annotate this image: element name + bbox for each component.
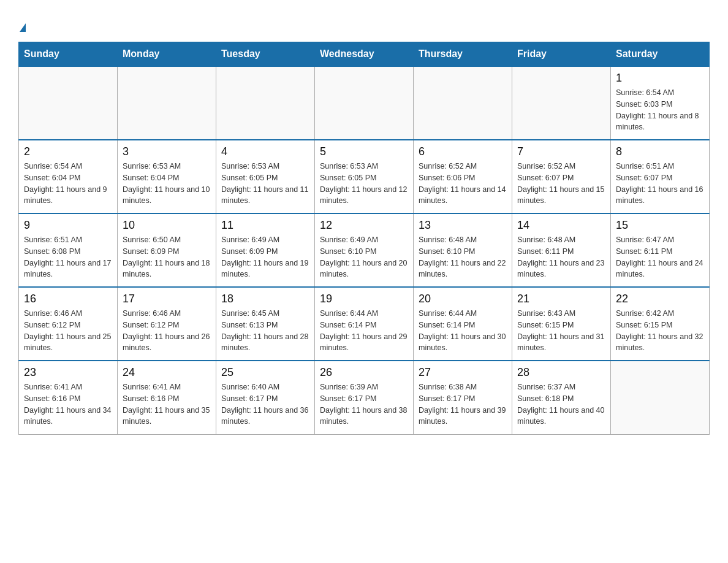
day-info: Sunrise: 6:51 AMSunset: 6:08 PMDaylight:… bbox=[24, 234, 112, 280]
day-number: 14 bbox=[517, 219, 605, 232]
weekday-header-thursday: Thursday bbox=[414, 42, 512, 67]
calendar-cell: 19Sunrise: 6:44 AMSunset: 6:14 PMDayligh… bbox=[315, 287, 414, 361]
day-number: 20 bbox=[419, 293, 507, 305]
calendar-cell bbox=[19, 66, 118, 140]
day-info: Sunrise: 6:46 AMSunset: 6:12 PMDaylight:… bbox=[123, 308, 211, 354]
day-info: Sunrise: 6:45 AMSunset: 6:13 PMDaylight:… bbox=[221, 308, 309, 354]
calendar-cell: 8Sunrise: 6:51 AMSunset: 6:07 PMDaylight… bbox=[611, 140, 710, 213]
day-info: Sunrise: 6:53 AMSunset: 6:05 PMDaylight:… bbox=[221, 161, 309, 207]
page-header bbox=[18, 12, 710, 36]
day-info: Sunrise: 6:52 AMSunset: 6:07 PMDaylight:… bbox=[517, 161, 605, 207]
logo bbox=[18, 12, 26, 36]
calendar-cell: 5Sunrise: 6:53 AMSunset: 6:05 PMDaylight… bbox=[315, 140, 414, 213]
calendar-cell: 6Sunrise: 6:52 AMSunset: 6:06 PMDaylight… bbox=[414, 140, 512, 213]
day-number: 6 bbox=[419, 145, 507, 158]
day-number: 23 bbox=[24, 366, 112, 379]
day-info: Sunrise: 6:50 AMSunset: 6:09 PMDaylight:… bbox=[123, 234, 211, 280]
day-number: 18 bbox=[221, 293, 309, 305]
day-number: 2 bbox=[24, 145, 112, 158]
day-number: 17 bbox=[123, 293, 211, 305]
day-info: Sunrise: 6:47 AMSunset: 6:11 PMDaylight:… bbox=[616, 234, 704, 280]
calendar-cell: 7Sunrise: 6:52 AMSunset: 6:07 PMDaylight… bbox=[512, 140, 611, 213]
day-number: 3 bbox=[123, 145, 211, 158]
weekday-header-monday: Monday bbox=[118, 42, 216, 67]
day-number: 7 bbox=[517, 145, 605, 158]
day-number: 5 bbox=[320, 145, 408, 158]
calendar-cell: 10Sunrise: 6:50 AMSunset: 6:09 PMDayligh… bbox=[118, 213, 216, 287]
day-info: Sunrise: 6:37 AMSunset: 6:18 PMDaylight:… bbox=[517, 381, 605, 427]
day-info: Sunrise: 6:54 AMSunset: 6:03 PMDaylight:… bbox=[616, 87, 704, 133]
day-info: Sunrise: 6:49 AMSunset: 6:09 PMDaylight:… bbox=[221, 234, 309, 280]
weekday-header-saturday: Saturday bbox=[611, 42, 710, 67]
day-info: Sunrise: 6:49 AMSunset: 6:10 PMDaylight:… bbox=[320, 234, 408, 280]
day-number: 24 bbox=[123, 366, 211, 379]
day-number: 19 bbox=[320, 293, 408, 305]
calendar-cell bbox=[512, 66, 611, 140]
calendar-week-5: 23Sunrise: 6:41 AMSunset: 6:16 PMDayligh… bbox=[19, 361, 710, 434]
calendar-week-4: 16Sunrise: 6:46 AMSunset: 6:12 PMDayligh… bbox=[19, 287, 710, 361]
day-info: Sunrise: 6:41 AMSunset: 6:16 PMDaylight:… bbox=[123, 381, 211, 427]
day-number: 26 bbox=[320, 366, 408, 379]
calendar-cell bbox=[118, 66, 216, 140]
calendar-cell: 20Sunrise: 6:44 AMSunset: 6:14 PMDayligh… bbox=[414, 287, 512, 361]
day-info: Sunrise: 6:48 AMSunset: 6:10 PMDaylight:… bbox=[419, 234, 507, 280]
calendar-cell: 24Sunrise: 6:41 AMSunset: 6:16 PMDayligh… bbox=[118, 361, 216, 434]
weekday-header-friday: Friday bbox=[512, 42, 611, 67]
calendar-cell: 16Sunrise: 6:46 AMSunset: 6:12 PMDayligh… bbox=[19, 287, 118, 361]
day-info: Sunrise: 6:52 AMSunset: 6:06 PMDaylight:… bbox=[419, 161, 507, 207]
calendar-cell: 12Sunrise: 6:49 AMSunset: 6:10 PMDayligh… bbox=[315, 213, 414, 287]
logo-triangle-icon bbox=[20, 23, 26, 32]
day-info: Sunrise: 6:48 AMSunset: 6:11 PMDaylight:… bbox=[517, 234, 605, 280]
day-number: 10 bbox=[123, 219, 211, 232]
day-info: Sunrise: 6:54 AMSunset: 6:04 PMDaylight:… bbox=[24, 161, 112, 207]
weekday-header-tuesday: Tuesday bbox=[216, 42, 315, 67]
calendar-week-3: 9Sunrise: 6:51 AMSunset: 6:08 PMDaylight… bbox=[19, 213, 710, 287]
day-info: Sunrise: 6:44 AMSunset: 6:14 PMDaylight:… bbox=[320, 308, 408, 354]
calendar-cell bbox=[216, 66, 315, 140]
logo-text bbox=[18, 18, 26, 36]
calendar-cell: 28Sunrise: 6:37 AMSunset: 6:18 PMDayligh… bbox=[512, 361, 611, 434]
calendar-cell: 21Sunrise: 6:43 AMSunset: 6:15 PMDayligh… bbox=[512, 287, 611, 361]
day-number: 25 bbox=[221, 366, 309, 379]
calendar-cell: 27Sunrise: 6:38 AMSunset: 6:17 PMDayligh… bbox=[414, 361, 512, 434]
day-number: 13 bbox=[419, 219, 507, 232]
calendar-cell: 18Sunrise: 6:45 AMSunset: 6:13 PMDayligh… bbox=[216, 287, 315, 361]
calendar-week-2: 2Sunrise: 6:54 AMSunset: 6:04 PMDaylight… bbox=[19, 140, 710, 213]
calendar-cell: 13Sunrise: 6:48 AMSunset: 6:10 PMDayligh… bbox=[414, 213, 512, 287]
calendar-cell: 26Sunrise: 6:39 AMSunset: 6:17 PMDayligh… bbox=[315, 361, 414, 434]
calendar-cell: 4Sunrise: 6:53 AMSunset: 6:05 PMDaylight… bbox=[216, 140, 315, 213]
calendar-cell: 11Sunrise: 6:49 AMSunset: 6:09 PMDayligh… bbox=[216, 213, 315, 287]
calendar-cell: 9Sunrise: 6:51 AMSunset: 6:08 PMDaylight… bbox=[19, 213, 118, 287]
calendar-cell: 14Sunrise: 6:48 AMSunset: 6:11 PMDayligh… bbox=[512, 213, 611, 287]
day-info: Sunrise: 6:40 AMSunset: 6:17 PMDaylight:… bbox=[221, 381, 309, 427]
day-info: Sunrise: 6:43 AMSunset: 6:15 PMDaylight:… bbox=[517, 308, 605, 354]
calendar-cell: 2Sunrise: 6:54 AMSunset: 6:04 PMDaylight… bbox=[19, 140, 118, 213]
calendar-week-1: 1Sunrise: 6:54 AMSunset: 6:03 PMDaylight… bbox=[19, 66, 710, 140]
calendar-cell: 1Sunrise: 6:54 AMSunset: 6:03 PMDaylight… bbox=[611, 66, 710, 140]
day-number: 16 bbox=[24, 293, 112, 305]
day-number: 15 bbox=[616, 219, 704, 232]
day-number: 11 bbox=[221, 219, 309, 232]
day-number: 22 bbox=[616, 293, 704, 305]
day-number: 12 bbox=[320, 219, 408, 232]
day-number: 28 bbox=[517, 366, 605, 379]
day-number: 1 bbox=[616, 72, 704, 85]
calendar-table: SundayMondayTuesdayWednesdayThursdayFrid… bbox=[18, 42, 710, 435]
day-info: Sunrise: 6:38 AMSunset: 6:17 PMDaylight:… bbox=[419, 381, 507, 427]
day-number: 27 bbox=[419, 366, 507, 379]
day-info: Sunrise: 6:41 AMSunset: 6:16 PMDaylight:… bbox=[24, 381, 112, 427]
day-info: Sunrise: 6:51 AMSunset: 6:07 PMDaylight:… bbox=[616, 161, 704, 207]
calendar-cell: 22Sunrise: 6:42 AMSunset: 6:15 PMDayligh… bbox=[611, 287, 710, 361]
day-info: Sunrise: 6:53 AMSunset: 6:04 PMDaylight:… bbox=[123, 161, 211, 207]
day-number: 8 bbox=[616, 145, 704, 158]
calendar-cell: 17Sunrise: 6:46 AMSunset: 6:12 PMDayligh… bbox=[118, 287, 216, 361]
day-number: 4 bbox=[221, 145, 309, 158]
weekday-header-row: SundayMondayTuesdayWednesdayThursdayFrid… bbox=[19, 42, 710, 67]
calendar-cell bbox=[315, 66, 414, 140]
day-info: Sunrise: 6:53 AMSunset: 6:05 PMDaylight:… bbox=[320, 161, 408, 207]
weekday-header-sunday: Sunday bbox=[19, 42, 118, 67]
day-info: Sunrise: 6:46 AMSunset: 6:12 PMDaylight:… bbox=[24, 308, 112, 354]
day-number: 9 bbox=[24, 219, 112, 232]
calendar-cell: 23Sunrise: 6:41 AMSunset: 6:16 PMDayligh… bbox=[19, 361, 118, 434]
calendar-cell bbox=[611, 361, 710, 434]
